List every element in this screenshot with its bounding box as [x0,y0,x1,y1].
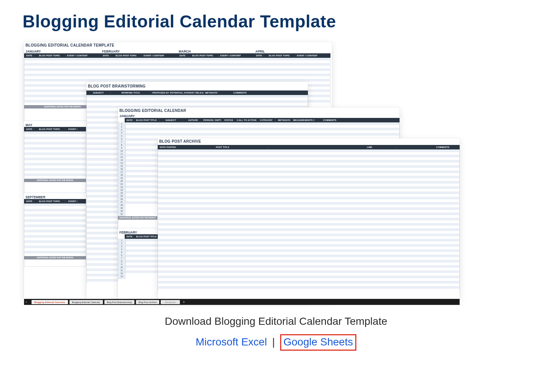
table-row [24,206,86,209]
row-index: 24 [118,192,125,195]
row-index: 3 [118,245,125,248]
table-row [158,178,460,181]
table-row [158,241,460,244]
table-row [158,286,460,289]
row-index: 26 [118,198,125,201]
row-index: 4 [118,132,125,135]
row-index: 5 [118,251,125,254]
download-link-excel[interactable]: Microsoft Excel [196,336,267,348]
table-row [158,191,460,194]
tab-editorial-calendar[interactable]: Blogging Editorial Calendar [69,300,103,304]
archive-rows [158,149,460,291]
table-row [125,244,163,247]
table-row [125,122,400,125]
overview-header-mar: DATE BLOG POST TOPIC EVENT / CONTENT [177,53,254,58]
month-label-mar: MARCH [177,49,254,53]
table-row [158,152,460,155]
table-row [24,246,86,248]
table-row [24,142,86,145]
overview-title: BLOGGING EDITORIAL CALENDAR TEMPLATE [24,42,332,48]
table-row [125,239,163,241]
highlighted-link-box: Google Sheets [280,334,356,351]
table-row [24,211,86,214]
brainstorm-title: BLOG POST BRAINSTORMING [86,82,308,89]
tab-nav-icon[interactable]: « [26,300,27,304]
table-row [24,158,86,160]
table-row [158,236,460,239]
tab-archive[interactable]: Blog Post Archive [136,300,160,304]
table-row [158,244,460,247]
row-index: 14 [118,162,125,165]
table-row [24,230,86,232]
table-row [24,68,330,71]
table-row [125,133,400,136]
row-index: 25 [118,195,125,198]
table-row [158,262,460,265]
row-index: 13 [118,159,125,162]
table-row [158,260,460,262]
tab-overview[interactable]: Blogging Editorial Overview [32,300,68,304]
row-index: 19 [118,177,125,180]
download-link-sheets[interactable]: Google Sheets [284,336,353,348]
row-index: 23 [118,189,125,192]
tab-disclaimer[interactable]: - Disclaimer - [161,300,179,304]
row-index: 28 [118,204,125,207]
table-row [158,223,460,226]
table-row [158,218,460,220]
table-row [158,252,460,255]
download-separator: | [272,336,275,348]
table-row [125,265,163,268]
table-row [24,204,86,206]
row-index: 9 [118,147,125,150]
overview-header-may: DATE BLOG POST TOPIC EVENT / [24,127,86,131]
table-row [24,60,330,63]
table-row [158,168,460,170]
table-row [158,173,460,176]
editorial-header-feb: DATE BLOG POST TITLE [125,234,163,239]
table-row [158,197,460,199]
row-index: 10 [118,150,125,153]
table-row [86,95,308,98]
table-row [24,240,86,243]
table-row [86,100,308,103]
table-row [158,247,460,249]
table-row [158,170,460,173]
row-index: 2 [118,242,125,245]
table-row [158,189,460,191]
editorial-month-jan: JANUARY [118,113,400,118]
row-index: 10 [118,266,125,269]
table-row [24,227,86,230]
table-row [24,163,86,166]
overview-notes-may: ADDITIONAL NOTES FOR THE MONTH [24,179,86,182]
row-index: 12 [118,156,125,159]
table-row [86,103,308,106]
tab-add-icon[interactable]: + [183,300,185,304]
table-row [24,238,86,240]
table-row [24,137,86,139]
table-row [125,257,163,260]
row-index: 4 [118,248,125,251]
table-row [24,243,86,246]
tab-brainstorming[interactable]: Blog Post Brainstorming [104,300,134,304]
table-row [158,210,460,213]
editorial-notes-jan: ADDITIONAL NOTES FOR THE MONTH [118,216,157,220]
editorial-title: BLOGGING EDITORIAL CALENDAR [118,107,400,113]
table-row [125,252,163,255]
row-index: 17 [118,171,125,174]
table-row [24,58,330,60]
table-row [158,194,460,197]
table-row [24,225,86,227]
table-row [24,235,86,238]
table-row [24,209,86,211]
table-row [158,186,460,189]
row-index: 6 [118,254,125,257]
table-row [158,234,460,236]
row-index: 3 [118,129,125,132]
table-row [158,228,460,231]
table-row [158,163,460,165]
row-index: 1 [118,123,125,126]
page: Blogging Editorial Calendar Template BLO… [0,0,552,366]
table-row [125,125,400,128]
overview-notes-sep: ADDITIONAL NOTES FOR THE MONTH [24,256,86,259]
row-index: 6 [118,138,125,141]
